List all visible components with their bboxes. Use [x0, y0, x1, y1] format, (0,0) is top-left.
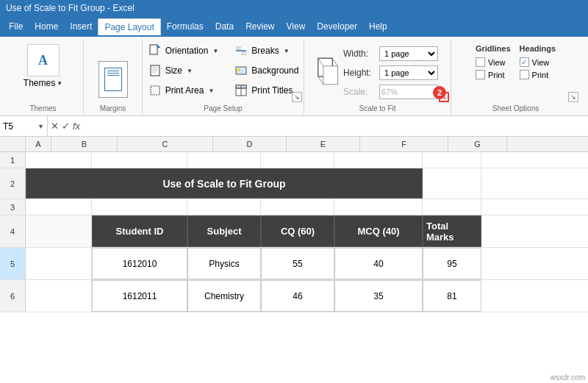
cell-g4-header[interactable]: Total Marks — [423, 215, 481, 247]
cell-f4-header[interactable]: MCQ (40) — [334, 215, 423, 247]
formula-input[interactable] — [83, 116, 588, 136]
cell-g6[interactable]: 81 — [423, 280, 481, 312]
cell-d1[interactable] — [187, 152, 261, 168]
cell-b5[interactable] — [26, 248, 92, 279]
print-titles-button[interactable]: Print Titles — [231, 81, 301, 100]
width-select[interactable]: 1 page 2 pages 3 pages Automatic — [379, 46, 438, 61]
row-1: 1 — [0, 152, 588, 168]
scale-input[interactable] — [379, 85, 438, 99]
cell-b6[interactable] — [26, 280, 92, 312]
cell-f5[interactable]: 40 — [334, 248, 423, 279]
gridlines-view-checkbox[interactable] — [476, 57, 485, 67]
cell-e4-header[interactable]: CQ (60) — [261, 215, 334, 247]
headings-print-checkbox[interactable] — [520, 70, 529, 79]
cell-f1[interactable] — [334, 152, 423, 168]
orientation-label: Orientation — [165, 46, 209, 56]
cell-c6[interactable]: 1612011 — [92, 280, 187, 312]
cell-e5[interactable]: 55 — [261, 248, 334, 279]
width-label: Width: — [343, 49, 376, 59]
formula-bar: T5 ▼ ✕ ✓ fx — [0, 116, 588, 137]
cell-d6[interactable]: Chemistry — [187, 280, 261, 312]
gridlines-label: Gridlines — [476, 44, 511, 53]
cell-g5[interactable]: 95 — [423, 248, 481, 279]
gridlines-view-row: View — [476, 57, 511, 67]
formula-icons: ✕ ✓ fx — [48, 121, 83, 132]
cell-g1[interactable] — [423, 152, 481, 168]
height-row: Height: 1 page 2 pages 3 pages Automatic — [343, 64, 438, 82]
size-arrow: ▼ — [187, 68, 193, 74]
row-2: 2 Use of Scale to Fit Group — [0, 168, 588, 199]
cell-b2-merged[interactable]: Use of Scale to Fit Group — [26, 168, 423, 198]
svg-rect-13 — [236, 67, 246, 74]
headings-view-label: View — [532, 58, 550, 67]
height-select[interactable]: 1 page 2 pages 3 pages Automatic — [379, 65, 438, 80]
cell-g2[interactable] — [423, 168, 481, 198]
themes-button[interactable]: A Themes ▼ — [18, 41, 68, 91]
headings-view-checkbox[interactable] — [520, 57, 529, 67]
cell-b1[interactable] — [26, 152, 92, 168]
width-row: Width: 1 page 2 pages 3 pages Automatic — [343, 45, 438, 62]
cell-c3[interactable] — [92, 199, 187, 215]
cell-c4-header[interactable]: Student ID — [92, 215, 187, 247]
col-header-c: C — [118, 137, 213, 151]
gridlines-print-checkbox[interactable] — [476, 70, 485, 79]
menu-bar: File Home Insert Page Layout Formulas Da… — [0, 16, 588, 37]
breaks-button[interactable]: Breaks ▼ — [231, 41, 301, 60]
scale-label: Scale: — [343, 87, 376, 97]
orientation-button[interactable]: Orientation ▼ — [145, 41, 222, 60]
row-num-3: 3 — [0, 199, 26, 215]
menu-insert[interactable]: Insert — [64, 18, 98, 35]
cell-e1[interactable] — [261, 152, 334, 168]
cell-f6[interactable]: 35 — [334, 280, 423, 312]
row-4: 4 Student ID Subject CQ (60) MCQ (40) To… — [0, 215, 588, 248]
sheet-options-dialog-launcher[interactable]: ↘ — [568, 92, 578, 102]
cell-b4[interactable] — [26, 215, 92, 247]
cell-d3[interactable] — [187, 199, 261, 215]
orientation-icon — [148, 43, 162, 58]
menu-review[interactable]: Review — [240, 18, 280, 35]
cell-ref-box: T5 ▼ — [0, 116, 48, 136]
background-button[interactable]: Background — [231, 61, 301, 80]
data-row1-col3: 35 — [373, 291, 383, 301]
cell-e3[interactable] — [261, 199, 334, 215]
print-area-button[interactable]: Print Area ▼ — [145, 81, 222, 100]
size-button[interactable]: Size ▼ — [145, 61, 222, 80]
sheet-options-group-label: Sheet Options — [451, 104, 580, 112]
cell-d4-header[interactable]: Subject — [187, 215, 261, 247]
background-label: Background — [251, 65, 298, 76]
cell-f3[interactable] — [334, 199, 423, 215]
menu-help[interactable]: Help — [363, 18, 393, 35]
func-btn[interactable]: fx — [73, 121, 80, 132]
menu-file[interactable]: File — [3, 18, 29, 35]
menu-page-layout[interactable]: Page Layout — [98, 18, 160, 35]
menu-data[interactable]: Data — [209, 18, 240, 35]
data-row0-col4: 95 — [447, 259, 456, 269]
headings-print-label: Print — [532, 71, 549, 79]
header-subject: Subject — [207, 226, 242, 237]
menu-home[interactable]: Home — [29, 18, 64, 35]
cancel-btn[interactable]: ✕ — [51, 121, 59, 132]
margins-icon[interactable] — [98, 61, 128, 98]
cell-g3[interactable] — [423, 199, 481, 215]
page-setup-group: Orientation ▼ Size ▼ Print Area ▼ — [143, 40, 304, 115]
scale-dialog-launcher[interactable]: ↘ 2 — [439, 92, 449, 102]
headings-print-row: Print — [520, 70, 556, 79]
cell-ref: T5 — [3, 121, 13, 132]
cell-ref-arrow[interactable]: ▼ — [37, 123, 44, 130]
menu-formulas[interactable]: Formulas — [161, 18, 209, 35]
menu-developer[interactable]: Developer — [311, 18, 363, 35]
cell-c5[interactable]: 1612010 — [92, 248, 187, 279]
col-header-d: D — [213, 137, 287, 151]
menu-view[interactable]: View — [281, 18, 312, 35]
cell-e6[interactable]: 46 — [261, 280, 334, 312]
cell-b3[interactable] — [26, 199, 92, 215]
cell-c1[interactable] — [92, 152, 187, 168]
background-icon — [234, 63, 248, 78]
row-5: 5 1612010 Physics 55 40 95 — [0, 248, 588, 280]
scale-to-fit-label: Scale to Fit — [304, 104, 451, 112]
page-setup-dialog-launcher[interactable]: ↘ — [292, 92, 302, 102]
breaks-arrow: ▼ — [284, 48, 290, 54]
cell-d5[interactable]: Physics — [187, 248, 261, 279]
confirm-btn[interactable]: ✓ — [62, 121, 70, 132]
row-6: 6 1612011 Chemistry 46 35 81 — [0, 280, 588, 312]
